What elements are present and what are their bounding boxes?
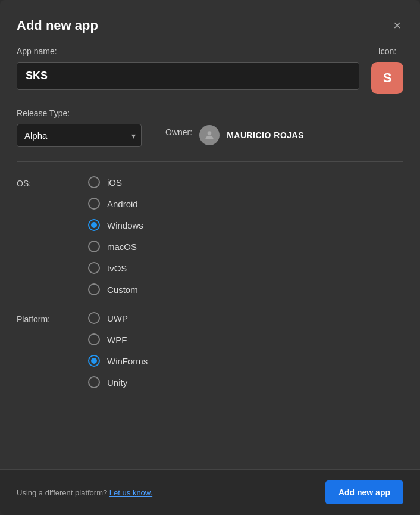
platform-winforms-label: WinForms: [107, 356, 148, 366]
platform-section: Platform: UWP WPF WinForms Unity: [17, 312, 403, 388]
os-section: OS: iOS Android Windows macOS: [17, 176, 403, 295]
os-ios-label: iOS: [107, 177, 122, 188]
list-item[interactable]: WPF: [88, 333, 148, 345]
release-type-field: Release Type: Alpha Beta Production ▾: [17, 108, 142, 147]
os-macos-radio[interactable]: [88, 241, 100, 252]
modal-title: Add new app: [17, 18, 98, 33]
release-owner-row: Release Type: Alpha Beta Production ▾ Ow…: [17, 108, 403, 147]
platform-unity-label: Unity: [107, 377, 127, 388]
platform-unity-radio[interactable]: [88, 376, 100, 388]
list-item[interactable]: Windows: [88, 219, 143, 231]
platform-radio-list: UWP WPF WinForms Unity: [88, 312, 148, 388]
platform-winforms-radio[interactable]: [88, 355, 100, 367]
os-ios-radio[interactable]: [88, 176, 100, 188]
owner-field: Owner: MAURICIO ROJAS: [165, 108, 403, 145]
list-item[interactable]: Android: [88, 198, 143, 210]
app-name-label: App name:: [17, 46, 359, 56]
list-item[interactable]: WinForms: [88, 355, 148, 367]
modal-footer: Using a different platform? Let us know.…: [0, 469, 420, 515]
list-item[interactable]: macOS: [88, 241, 143, 252]
list-item[interactable]: tvOS: [88, 262, 143, 274]
app-name-input[interactable]: [17, 62, 359, 90]
platform-uwp-radio[interactable]: [88, 312, 100, 324]
os-radio-list: iOS Android Windows macOS tvOS: [88, 176, 143, 295]
release-type-select-wrapper: Alpha Beta Production ▾: [17, 124, 142, 147]
os-label: OS:: [17, 176, 88, 295]
os-android-radio[interactable]: [88, 198, 100, 210]
owner-name: MAURICIO ROJAS: [227, 130, 304, 140]
os-windows-label: Windows: [107, 220, 143, 230]
platform-uwp-label: UWP: [107, 313, 128, 323]
os-tvos-radio[interactable]: [88, 262, 100, 274]
modal-header: Add new app ×: [0, 0, 420, 46]
platform-wpf-label: WPF: [107, 335, 127, 345]
add-new-app-button[interactable]: Add new app: [325, 480, 403, 504]
icon-label: Icon:: [378, 46, 396, 56]
list-item[interactable]: Custom: [88, 283, 143, 295]
platform-wpf-radio[interactable]: [88, 333, 100, 345]
os-custom-label: Custom: [107, 285, 138, 295]
svg-point-0: [208, 131, 212, 135]
modal-body: App name: Icon: S Release Type: Alpha Be…: [0, 46, 420, 469]
close-button[interactable]: ×: [391, 17, 403, 35]
app-name-row: App name: Icon: S: [17, 46, 403, 94]
list-item[interactable]: UWP: [88, 312, 148, 324]
owner-label: Owner:: [165, 127, 192, 137]
release-type-label: Release Type:: [17, 108, 142, 118]
add-new-app-modal: Add new app × App name: Icon: S Release …: [0, 0, 420, 515]
release-type-select[interactable]: Alpha Beta Production: [17, 124, 142, 147]
os-custom-radio[interactable]: [88, 283, 100, 295]
os-macos-label: macOS: [107, 242, 137, 252]
footer-link[interactable]: Let us know.: [109, 488, 152, 497]
list-item[interactable]: iOS: [88, 176, 143, 188]
platform-label: Platform:: [17, 312, 88, 388]
app-icon[interactable]: S: [371, 62, 403, 94]
os-tvos-label: tvOS: [107, 263, 127, 273]
os-windows-radio[interactable]: [88, 219, 100, 231]
avatar: [199, 125, 220, 145]
os-android-label: Android: [107, 199, 138, 209]
app-name-field: App name:: [17, 46, 359, 90]
footer-text: Using a different platform? Let us know.: [17, 488, 152, 497]
list-item[interactable]: Unity: [88, 376, 148, 388]
icon-section: Icon: S: [371, 46, 403, 94]
divider: [17, 161, 403, 162]
